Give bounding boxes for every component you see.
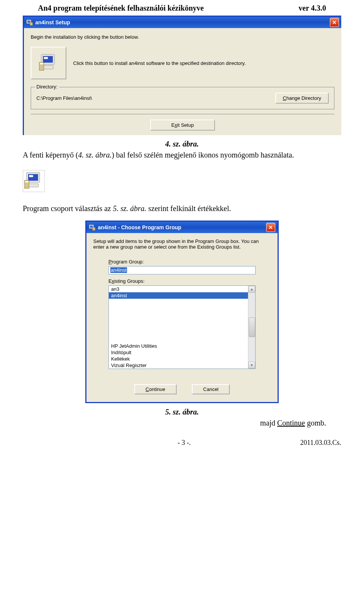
page-number: - 3 -.: [178, 439, 191, 447]
close-button[interactable]: ✕: [330, 18, 339, 27]
doc-header: An4 program telepítésének felhasználói k…: [23, 4, 341, 13]
svg-rect-14: [25, 181, 28, 183]
close-icon: ✕: [332, 19, 337, 25]
doc-version: ver 4.3.0: [299, 4, 326, 13]
choose-group-dialog: an4inst - Choose Program Group ✕ Setup w…: [85, 221, 279, 403]
list-item[interactable]: Kellékek: [109, 356, 248, 362]
program-group-value: an4inst: [110, 267, 127, 273]
window-title: an4inst - Choose Program Group: [98, 224, 181, 230]
svg-rect-17: [93, 227, 95, 230]
chevron-down-icon: ▼: [250, 363, 254, 367]
computer-install-icon: [23, 170, 44, 192]
list-item[interactable]: Vizuál Regiszter: [109, 362, 248, 369]
installer-icon: [89, 224, 96, 231]
exit-setup-button[interactable]: Exit Setup: [150, 120, 215, 131]
install-button[interactable]: [31, 47, 66, 79]
figure-4-caption: 4. sz. ábra.: [23, 140, 341, 148]
program-group-input[interactable]: an4inst: [108, 266, 256, 274]
doc-title: An4 program telepítésének felhasználói k…: [38, 4, 204, 13]
list-item[interactable]: Indítópult: [109, 349, 248, 356]
scroll-up-button[interactable]: ▲: [248, 286, 255, 293]
list-item[interactable]: an3: [109, 286, 248, 292]
dialog-description: Setup will add items to the group shown …: [93, 238, 271, 250]
directory-path: C:\Program Files\an4inst\: [36, 95, 92, 101]
svg-rect-5: [44, 57, 48, 59]
paragraph-1: A fenti képernyő (4. sz. ábra.) bal fels…: [23, 151, 341, 159]
list-item[interactable]: an4inst: [109, 292, 248, 299]
chevron-up-icon: ▲: [250, 287, 254, 291]
scroll-thumb[interactable]: [249, 317, 255, 337]
change-directory-button[interactable]: Change Directory: [275, 93, 329, 104]
computer-install-icon: [38, 52, 59, 74]
existing-groups-label: Existing Groups:: [108, 278, 256, 284]
svg-rect-12: [28, 184, 38, 187]
installer-icon: [26, 19, 33, 26]
install-description: Click this button to install an4inst sof…: [73, 60, 334, 66]
existing-groups-listbox[interactable]: an3 an4inst HP JetAdmin Utilities Indító…: [108, 285, 256, 369]
window-title: an4inst Setup: [35, 19, 70, 25]
svg-rect-6: [42, 66, 53, 69]
titlebar: an4inst - Choose Program Group ✕: [85, 221, 279, 233]
page-footer: - 3 -. 2011.03.03.Cs.: [23, 439, 341, 447]
paragraph-2: Program csoport választás az 5. sz. ábra…: [23, 204, 341, 213]
figure-5-caption: 5. sz. ábra.: [23, 408, 341, 416]
svg-rect-8: [40, 63, 43, 65]
continue-button[interactable]: Continue: [134, 384, 177, 394]
program-group-label: Program Group:: [108, 259, 256, 265]
paragraph-3: majd Continue gomb.: [23, 419, 341, 427]
directory-fieldset: Directory: C:\Program Files\an4inst\ Cha…: [31, 87, 334, 109]
directory-legend: Directory:: [35, 84, 59, 90]
cancel-button[interactable]: Cancel: [192, 384, 230, 394]
close-icon: ✕: [268, 224, 273, 230]
list-item[interactable]: HP JetAdmin Utilities: [109, 343, 248, 349]
scrollbar[interactable]: ▲ ▼: [248, 286, 255, 369]
svg-rect-2: [30, 22, 33, 25]
setup-window: an4inst Setup ✕ Begin the installation b…: [23, 16, 341, 135]
icon-button-sample: [23, 170, 45, 192]
svg-rect-11: [29, 175, 33, 177]
close-button[interactable]: ✕: [266, 223, 275, 232]
titlebar: an4inst Setup ✕: [24, 17, 341, 28]
instruction-text: Begin the installation by clicking the b…: [31, 34, 334, 40]
footer-date: 2011.03.03.Cs.: [300, 439, 341, 447]
scroll-down-button[interactable]: ▼: [248, 362, 255, 369]
